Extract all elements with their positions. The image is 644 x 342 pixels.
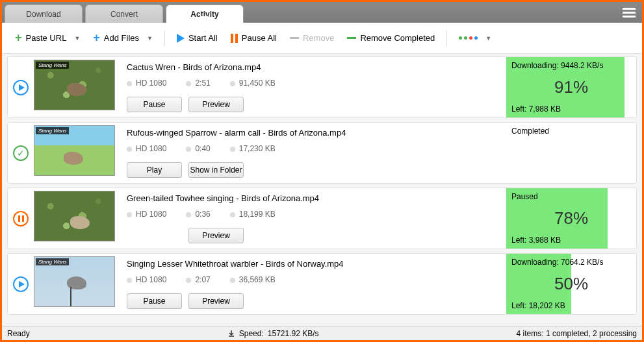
plus-icon: + xyxy=(15,31,22,45)
plus-icon: + xyxy=(93,31,100,45)
item-state-icon xyxy=(8,57,34,117)
size: 36,569 KB xyxy=(239,275,276,284)
item-state-icon xyxy=(8,254,34,314)
size: 91,450 KB xyxy=(239,79,276,88)
remove-button[interactable]: Remove xyxy=(285,31,339,45)
chevron-down-icon[interactable]: ▼ xyxy=(485,35,491,42)
pause-button[interactable]: Pause xyxy=(127,97,182,112)
item-title: Rufous-winged Sparrow - alarm call - Bir… xyxy=(127,128,500,138)
paste-url-label: Paste URL xyxy=(26,33,67,43)
download-icon xyxy=(227,330,235,337)
speed-value: 15721.92 KB/s xyxy=(268,329,319,338)
remove-completed-label: Remove Completed xyxy=(360,33,435,43)
percent: 91% xyxy=(511,70,631,104)
pause-circle-icon[interactable] xyxy=(13,211,29,226)
pause-button[interactable]: Pause xyxy=(127,293,182,309)
item-meta: HD 1080 2:51 91,450 KB xyxy=(127,79,500,88)
status-ready: Ready xyxy=(7,329,30,338)
paste-url-button[interactable]: + Paste URL ▼ xyxy=(10,29,85,47)
item-status: Paused 78% Left: 3,988 KB xyxy=(506,188,636,249)
item-meta: HD 1080 0:36 18,199 KB xyxy=(127,210,500,219)
add-files-label: Add Files xyxy=(104,33,139,43)
menu-icon[interactable] xyxy=(623,6,636,19)
left: Left: 7,988 KB xyxy=(511,104,631,114)
status-label: Completed xyxy=(511,127,631,136)
toolbar: + Paste URL ▼ + Add Files ▼ Start All Pa… xyxy=(2,23,642,54)
thumbnail[interactable]: Stang Wans xyxy=(34,256,115,307)
status-label: Paused xyxy=(511,192,631,201)
thumbnail[interactable]: Stang Wans xyxy=(34,125,115,176)
tab-convert[interactable]: Convert xyxy=(85,5,163,23)
size: 18,199 KB xyxy=(239,210,276,219)
pause-all-label: Pause All xyxy=(242,33,277,43)
download-list: Stang Wans Cactus Wren - Birds of Arizon… xyxy=(2,54,642,326)
pause-all-button[interactable]: Pause All xyxy=(225,31,282,45)
list-item[interactable]: ✓ Stang Wans Rufous-winged Sparrow - ala… xyxy=(7,122,637,184)
list-item[interactable]: Stang Wans Singing Lesser Whitethroat wa… xyxy=(7,253,637,315)
percent: 78% xyxy=(511,201,631,236)
item-status: Downloading: 7064.2 KB/s 50% Left: 18,20… xyxy=(506,254,636,314)
header-bar: Download Convert Activity xyxy=(2,2,642,23)
speed: 7064.2 KB/s xyxy=(561,258,603,267)
quality: HD 1080 xyxy=(136,275,166,284)
preview-button[interactable]: Preview xyxy=(188,97,244,112)
list-item[interactable]: Green-tailed Towhee singing - Birds of A… xyxy=(7,188,637,249)
item-meta: HD 1080 2:07 36,569 KB xyxy=(127,275,500,284)
item-body: Singing Lesser Whitethroat warbler - Bir… xyxy=(120,254,506,314)
check-circle-icon[interactable]: ✓ xyxy=(13,145,29,161)
item-meta: HD 1080 0:40 17,230 KB xyxy=(127,144,500,153)
size: 17,230 KB xyxy=(239,144,276,153)
thumb-tag: Stang Wans xyxy=(36,62,69,69)
separator xyxy=(446,31,447,46)
tab-download[interactable]: Download xyxy=(5,5,83,23)
quality: HD 1080 xyxy=(136,144,166,153)
duration: 0:40 xyxy=(195,144,210,153)
chevron-down-icon[interactable]: ▼ xyxy=(74,35,80,42)
remove-label: Remove xyxy=(303,33,334,43)
duration: 2:07 xyxy=(195,275,210,284)
thumb-tag: Stang Wans xyxy=(36,127,69,134)
quality: HD 1080 xyxy=(136,79,166,88)
item-title: Singing Lesser Whitethroat warbler - Bir… xyxy=(127,259,500,269)
play-icon xyxy=(177,34,185,43)
tab-activity[interactable]: Activity xyxy=(166,5,244,23)
item-title: Green-tailed Towhee singing - Birds of A… xyxy=(127,193,500,203)
play-circle-icon[interactable] xyxy=(13,276,29,292)
start-all-label: Start All xyxy=(188,33,218,43)
separator xyxy=(164,31,165,46)
preview-button[interactable]: Preview xyxy=(188,228,244,243)
duration: 0:36 xyxy=(195,210,210,219)
app-window: Download Convert Activity + Paste URL ▼ … xyxy=(2,2,642,340)
speed: 9448.2 KB/s xyxy=(561,61,603,70)
show-in-folder-button[interactable]: Show in Folder xyxy=(188,162,244,178)
start-all-button[interactable]: Start All xyxy=(172,31,223,45)
minus-icon xyxy=(290,37,299,39)
options-button[interactable]: ▼ xyxy=(454,32,496,44)
item-status: Downloading: 9448.2 KB/s 91% Left: 7,988… xyxy=(506,57,636,117)
item-title: Cactus Wren - Birds of Arizona.mp4 xyxy=(127,62,500,72)
status-label: Downloading: xyxy=(511,61,559,70)
dots-icon xyxy=(459,36,478,40)
item-state-icon: ✓ xyxy=(8,123,34,183)
status-summary: 4 items: 1 completed, 2 processing xyxy=(517,329,637,338)
list-item[interactable]: Stang Wans Cactus Wren - Birds of Arizon… xyxy=(7,56,637,118)
thumbnail[interactable]: Stang Wans xyxy=(34,60,115,110)
left: Left: 3,988 KB xyxy=(511,236,631,245)
item-body: Rufous-winged Sparrow - alarm call - Bir… xyxy=(120,123,506,183)
remove-completed-button[interactable]: Remove Completed xyxy=(342,31,440,45)
status-label: Downloading: xyxy=(511,258,559,267)
item-body: Green-tailed Towhee singing - Birds of A… xyxy=(120,188,506,249)
add-files-button[interactable]: + Add Files ▼ xyxy=(88,29,158,47)
thumbnail[interactable] xyxy=(34,191,115,241)
chevron-down-icon[interactable]: ▼ xyxy=(147,35,153,42)
pause-icon xyxy=(231,34,238,43)
item-state-icon xyxy=(8,188,34,249)
item-body: Cactus Wren - Birds of Arizona.mp4 HD 10… xyxy=(120,57,506,117)
play-circle-icon[interactable] xyxy=(13,80,29,95)
item-status: Completed xyxy=(506,123,636,183)
duration: 2:51 xyxy=(195,79,210,88)
play-button[interactable]: Play xyxy=(127,162,182,178)
preview-button[interactable]: Preview xyxy=(188,293,244,309)
statusbar: Ready Speed: 15721.92 KB/s 4 items: 1 co… xyxy=(2,326,642,340)
left: Left: 18,202 KB xyxy=(511,301,631,310)
